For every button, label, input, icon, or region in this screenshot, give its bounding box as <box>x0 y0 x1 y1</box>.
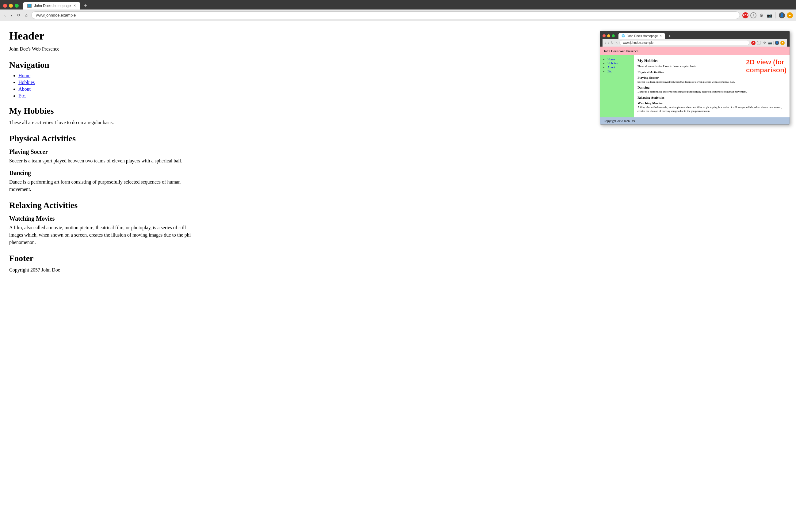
close-button[interactable] <box>3 4 7 8</box>
settings-icon[interactable]: ⚙ <box>758 12 764 18</box>
header-subtitle: John Doe's Web Presence <box>9 45 199 53</box>
page-content: Header John Doe's Web Presence Navigatio… <box>0 23 208 282</box>
reload-button[interactable]: ↻ <box>16 12 21 18</box>
nav-link-home[interactable]: Home <box>18 73 30 78</box>
browser-actions: ABP i ⚙ 📷 👤 ● <box>742 12 793 18</box>
footer-heading: Footer <box>9 253 199 263</box>
traffic-lights <box>3 4 19 8</box>
nav-link-hobbies[interactable]: Hobbies <box>18 80 35 85</box>
mini-reload-button[interactable]: ↻ <box>611 41 614 45</box>
header-heading: Header <box>9 30 199 42</box>
mini-tab-close[interactable]: ✕ <box>660 34 662 37</box>
movies-description: A film, also called a movie, motion pict… <box>9 224 199 246</box>
comparison-label: 2D view (for comparison) <box>746 58 786 74</box>
mini-nav-home: Home <box>607 58 631 61</box>
navigation-bar: ‹ › ↻ ⌂ ABP i ⚙ 📷 👤 ● <box>0 10 796 21</box>
mini-new-tab-button[interactable]: + <box>666 33 672 39</box>
mini-page: John Doe's Web Presence Home Hobbies Abo… <box>600 46 790 125</box>
mini-coin-icon[interactable]: ● <box>780 41 785 45</box>
tab-bar: 🌐 John Doe's homepage ✕ + <box>0 0 796 10</box>
mini-nav-link-hobbies[interactable]: Hobbies <box>607 62 617 65</box>
mini-nav-about: About <box>607 65 631 69</box>
mini-adblock-icon[interactable]: A <box>751 41 756 45</box>
hobbies-heading: My Hobbies <box>9 106 199 116</box>
mini-profile-icon[interactable]: 👤 <box>775 41 779 45</box>
browser-chrome: 🌐 John Doe's homepage ✕ + ‹ › ↻ ⌂ ABP i … <box>0 0 796 21</box>
mini-maximize-button[interactable] <box>612 34 615 37</box>
mini-main-content: My Hobbies These all are activities I lo… <box>634 55 790 117</box>
mini-relaxing-heading: Relaxing Activities <box>637 96 786 99</box>
mini-soccer-desc: Soccer is a team sport played between tw… <box>637 80 786 84</box>
navigation-list: Home Hobbies About Etc. <box>9 73 199 99</box>
soccer-title: Playing Soccer <box>9 148 199 155</box>
navigation-heading: Navigation <box>9 60 199 70</box>
nav-item-etc: Etc. <box>18 93 199 99</box>
mini-footer-bar: Copyright 2057 John Doe <box>600 117 790 125</box>
mini-dancing-title: Dancing <box>637 86 786 89</box>
mini-header-text: John Doe's Web Presence <box>604 49 638 53</box>
mini-browser-actions: A i ⚙ 📷 👤 ● <box>751 41 785 45</box>
mini-address-bar[interactable]: www.johndoe.example <box>619 40 749 45</box>
mini-sidebar: Home Hobbies About Etc. <box>600 55 634 117</box>
mini-forward-button[interactable]: › <box>608 41 609 45</box>
forward-button[interactable]: › <box>10 12 14 18</box>
mini-minimize-button[interactable] <box>607 34 610 37</box>
physical-activities-heading: Physical Activities <box>9 134 199 144</box>
mini-traffic-lights <box>603 34 615 37</box>
maximize-button[interactable] <box>15 4 19 8</box>
mini-header-bar: John Doe's Web Presence <box>600 46 790 55</box>
mini-separator <box>773 41 774 45</box>
mini-home-button[interactable]: ⌂ <box>615 41 617 45</box>
mini-nav-link-about[interactable]: About <box>607 65 615 69</box>
mini-body: Home Hobbies About Etc. My Hobbies These… <box>600 55 790 117</box>
footer-copyright: Copyright 2057 John Doe <box>9 266 199 274</box>
mini-settings-icon[interactable]: ⚙ <box>762 41 766 45</box>
soccer-description: Soccer is a team sport played between tw… <box>9 157 199 165</box>
mini-movies-desc: A film, also called a movie, motion pict… <box>637 106 786 113</box>
mini-nav-link-etc[interactable]: Etc. <box>607 70 612 73</box>
mini-footer-text: Copyright 2057 John Doe <box>604 119 636 122</box>
mini-nav-link-home[interactable]: Home <box>607 58 615 61</box>
mini-tab-bar: 🌐 John Doe's Homepage ✕ + <box>603 33 787 39</box>
mini-movies-title: Watching Movies <box>637 101 786 105</box>
comparison-window: 🌐 John Doe's Homepage ✕ + ‹ › ↻ ⌂ www.jo… <box>600 31 790 125</box>
separator <box>775 12 776 18</box>
mini-info-icon[interactable]: i <box>757 41 761 45</box>
mini-browser-chrome: 🌐 John Doe's Homepage ✕ + ‹ › ↻ ⌂ www.jo… <box>600 31 790 46</box>
hobbies-intro: These all are activities I love to do on… <box>9 119 199 126</box>
mini-tab[interactable]: 🌐 John Doe's Homepage ✕ <box>618 33 665 39</box>
new-tab-button[interactable]: + <box>81 2 90 10</box>
mini-soccer-title: Playing Soccer <box>637 76 786 79</box>
tab-close-button[interactable]: ✕ <box>73 4 76 8</box>
tab-title: John Doe's homepage <box>34 4 71 8</box>
browser-tab[interactable]: 🌐 John Doe's homepage ✕ <box>23 2 80 10</box>
back-button[interactable]: ‹ <box>3 12 7 18</box>
movies-title: Watching Movies <box>9 215 199 222</box>
nav-link-about[interactable]: About <box>18 87 31 92</box>
mini-nav-bar: ‹ › ↻ ⌂ www.johndoe.example A i ⚙ 📷 👤 ● <box>603 39 787 46</box>
home-button[interactable]: ⌂ <box>24 12 29 18</box>
minimize-button[interactable] <box>9 4 13 8</box>
nav-item-hobbies: Hobbies <box>18 80 199 85</box>
mini-nav-etc: Etc. <box>607 70 631 73</box>
address-bar[interactable] <box>31 11 740 19</box>
mini-sidebar-nav: Home Hobbies About Etc. <box>603 58 631 73</box>
mini-tab-favicon: 🌐 <box>622 34 625 37</box>
relaxing-activities-heading: Relaxing Activities <box>9 201 199 210</box>
nav-item-about: About <box>18 87 199 92</box>
comparison-label-line1: 2D view (for <box>746 58 784 66</box>
dancing-description: Dance is a performing art form consistin… <box>9 178 199 193</box>
mini-tab-title: John Doe's Homepage <box>627 34 658 38</box>
mini-close-button[interactable] <box>603 34 606 37</box>
dancing-title: Dancing <box>9 169 199 176</box>
nav-item-home: Home <box>18 73 199 78</box>
nav-link-etc[interactable]: Etc. <box>18 93 26 98</box>
mini-camera-icon[interactable]: 📷 <box>768 41 772 45</box>
mini-nav-hobbies: Hobbies <box>607 62 631 65</box>
coin-icon[interactable]: ● <box>787 12 793 18</box>
mini-back-button[interactable]: ‹ <box>605 41 606 45</box>
adblock-icon[interactable]: ABP <box>742 12 748 18</box>
camera-icon[interactable]: 📷 <box>766 12 772 18</box>
profile-icon[interactable]: 👤 <box>779 12 785 18</box>
info-icon[interactable]: i <box>750 12 756 18</box>
